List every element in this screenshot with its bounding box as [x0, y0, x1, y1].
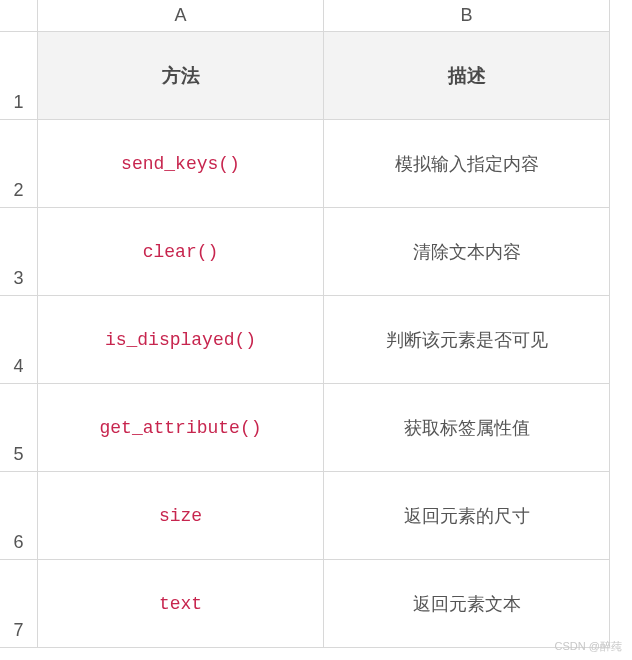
corner-cell[interactable] — [0, 0, 38, 32]
row-header-4[interactable]: 4 — [0, 296, 38, 384]
column-header-b[interactable]: B — [324, 0, 610, 32]
table-cell-description[interactable]: 返回元素文本 — [324, 560, 610, 648]
table-cell-method[interactable]: get_attribute() — [38, 384, 324, 472]
table-cell-method[interactable]: clear() — [38, 208, 324, 296]
watermark: CSDN @醉莼 — [555, 639, 622, 654]
row-header-5[interactable]: 5 — [0, 384, 38, 472]
table-cell-description[interactable]: 模拟输入指定内容 — [324, 120, 610, 208]
row-header-2[interactable]: 2 — [0, 120, 38, 208]
table-cell-description[interactable]: 清除文本内容 — [324, 208, 610, 296]
table-cell-description[interactable]: 判断该元素是否可见 — [324, 296, 610, 384]
table-cell-method[interactable]: text — [38, 560, 324, 648]
column-header-a[interactable]: A — [38, 0, 324, 32]
row-header-1[interactable]: 1 — [0, 32, 38, 120]
row-header-3[interactable]: 3 — [0, 208, 38, 296]
row-header-7[interactable]: 7 — [0, 560, 38, 648]
table-cell-method[interactable]: send_keys() — [38, 120, 324, 208]
table-cell-method[interactable]: is_displayed() — [38, 296, 324, 384]
table-cell-method[interactable]: size — [38, 472, 324, 560]
table-header-method[interactable]: 方法 — [38, 32, 324, 120]
table-cell-description[interactable]: 获取标签属性值 — [324, 384, 610, 472]
spreadsheet-grid: A B 1 方法 描述 2 send_keys() 模拟输入指定内容 3 cle… — [0, 0, 632, 648]
table-cell-description[interactable]: 返回元素的尺寸 — [324, 472, 610, 560]
table-header-description[interactable]: 描述 — [324, 32, 610, 120]
row-header-6[interactable]: 6 — [0, 472, 38, 560]
